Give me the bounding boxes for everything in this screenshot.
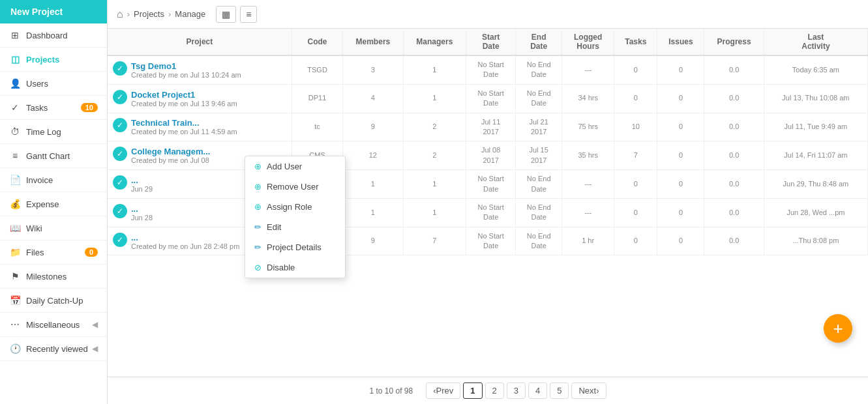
end-date-cell: Jul 212017 [516, 113, 562, 141]
sidebar-item-wiki[interactable]: 📖 Wiki [0, 216, 107, 240]
sidebar-item-milestones[interactable]: ⚑ Milestones [0, 265, 107, 289]
sidebar-item-recentlyviewed[interactable]: 🕐 Recently viewed ◀ [0, 337, 107, 361]
table-row[interactable]: ✓ Tsg Demo1 Created by me on Jul 13 10:2… [108, 55, 868, 84]
table-row[interactable]: ✓ Technical Train... Created by me on Ju… [108, 113, 868, 141]
context-menu-add-user[interactable]: ⊕ Add User [245, 156, 345, 177]
col-project: Project [108, 29, 292, 55]
project-check-icon: ✓ [113, 118, 127, 132]
managers-cell: 2 [403, 113, 466, 141]
new-project-button[interactable]: New Project [0, 0, 107, 23]
projects-table-container: Project Code Members Managers StartDate … [108, 29, 868, 377]
progress-cell: 0.0 [704, 55, 764, 84]
context-menu-disable-label: Disable [267, 263, 295, 272]
last-activity-cell: Jun 28, Wed ...pm [764, 198, 867, 227]
issues-cell: 0 [657, 227, 704, 255]
context-menu-project-details[interactable]: ✏ Project Details [245, 237, 345, 257]
fab-button[interactable]: + [824, 314, 852, 343]
project-check-icon: ✓ [113, 147, 127, 161]
sidebar-item-label: Gantt Chart [26, 151, 70, 161]
col-issues: Issues [657, 29, 704, 55]
sidebar-item-expense[interactable]: 💰 Expense [0, 192, 107, 216]
sidebar-item-files[interactable]: 📁 Files 0 [0, 240, 107, 265]
project-name[interactable]: College Managem... [131, 147, 210, 156]
context-menu-disable[interactable]: ⊘ Disable [245, 257, 345, 278]
context-menu-assign-role[interactable]: ⊕ Assign Role [245, 197, 345, 217]
last-activity-cell: Jul 11, Tue 9:49 am [764, 113, 867, 141]
members-cell: 12 [343, 141, 403, 170]
project-cell: ✓ Technical Train... Created by me on Ju… [108, 113, 292, 141]
projects-table: Project Code Members Managers StartDate … [108, 29, 868, 255]
progress-cell: 0.0 [704, 227, 764, 255]
milestones-icon: ⚑ [9, 270, 21, 282]
table-row[interactable]: ✓ ... Jun 28 tl23456611No StartDateNo En… [108, 198, 868, 227]
logged-hours-cell: --- [562, 198, 614, 227]
project-name[interactable]: ... [131, 204, 153, 214]
project-name[interactable]: ... [131, 233, 239, 242]
context-menu-edit[interactable]: ✏ Edit [245, 217, 345, 237]
sidebar-item-timelog[interactable]: ⏱ Time Log [0, 120, 107, 144]
misc-collapse-icon: ◀ [92, 320, 98, 329]
end-date-cell: No EndDate [516, 55, 562, 84]
col-tasks: Tasks [614, 29, 657, 55]
issues-cell: 0 [657, 170, 704, 199]
sidebar-item-misc[interactable]: ⋯ Miscellaneous ◀ [0, 313, 107, 337]
page-3-button[interactable]: 3 [507, 382, 526, 399]
start-date-cell: Jul 082017 [466, 141, 516, 170]
sidebar-item-tasks[interactable]: ✓ Tasks 10 [0, 96, 107, 120]
next-page-button[interactable]: Next› [571, 382, 606, 399]
sidebar-item-label: Wiki [26, 224, 42, 233]
sidebar-item-invoice[interactable]: 📄 Invoice [0, 168, 107, 192]
recentlyviewed-collapse-icon: ◀ [92, 344, 98, 353]
tasks-cell: 0 [614, 198, 657, 227]
start-date-cell: No StartDate [466, 55, 516, 84]
logged-hours-cell: 1 hr [562, 227, 614, 255]
header-icons: ▦ ≡ [216, 6, 257, 23]
project-check-icon: ✓ [113, 90, 127, 104]
page-1-button[interactable]: 1 [463, 382, 482, 399]
context-menu-remove-user-label: Remove User [267, 182, 318, 192]
table-row[interactable]: ✓ ... Created by me on Jun 28 2:48 pm MD… [108, 227, 868, 255]
page-2-button[interactable]: 2 [485, 382, 504, 399]
breadcrumb-projects[interactable]: Projects [134, 9, 164, 19]
sidebar-item-label: Invoice [26, 175, 53, 185]
project-meta: Created by me on Jun 28 2:48 pm [131, 242, 239, 250]
home-icon[interactable]: ⌂ [117, 8, 123, 20]
sidebar-item-label: Expense [26, 199, 59, 209]
members-cell: 4 [343, 84, 403, 113]
managers-cell: 1 [403, 55, 466, 84]
project-cell: ✓ Tsg Demo1 Created by me on Jul 13 10:2… [108, 55, 292, 84]
project-name[interactable]: Tsg Demo1 [131, 61, 241, 71]
prev-page-button[interactable]: ‹Prev [426, 382, 460, 399]
project-name[interactable]: Technical Train... [131, 118, 237, 128]
sidebar-item-dailycatchup[interactable]: 📅 Daily Catch-Up [0, 289, 107, 313]
sidebar-item-gantt[interactable]: ≡ Gantt Chart [0, 144, 107, 168]
project-meta: Created by me on Jul 13 9:46 am [131, 100, 237, 108]
sidebar-item-label: Milestones [26, 272, 67, 281]
last-activity-cell: Jul 13, Thu 10:08 am [764, 84, 867, 113]
project-details-icon: ✏ [254, 242, 262, 252]
table-row[interactable]: ✓ ... Jun 29 grc grc11No StartDateNo End… [108, 170, 868, 199]
context-menu-remove-user[interactable]: ⊕ Remove User [245, 177, 345, 197]
context-menu-edit-label: Edit [267, 222, 281, 232]
end-date-cell: No EndDate [516, 84, 562, 113]
col-code: Code [292, 29, 342, 55]
code-cell: TSGD [292, 55, 342, 84]
project-name[interactable]: ... [131, 175, 153, 185]
project-name[interactable]: Docket Project1 [131, 90, 237, 100]
page-4-button[interactable]: 4 [528, 382, 547, 399]
managers-cell: 1 [403, 198, 466, 227]
context-menu-add-user-label: Add User [267, 162, 302, 171]
page-5-button[interactable]: 5 [550, 382, 569, 399]
project-meta: Created by me on Jul 13 10:24 am [131, 71, 241, 79]
grid-view-button[interactable]: ▦ [216, 6, 236, 23]
start-date-cell: Jul 112017 [466, 113, 516, 141]
table-row[interactable]: ✓ College Managem... Created by me on Ju… [108, 141, 868, 170]
table-row[interactable]: ✓ Docket Project1 Created by me on Jul 1… [108, 84, 868, 113]
sidebar-item-users[interactable]: 👤 Users [0, 72, 107, 96]
tasks-badge: 10 [81, 103, 98, 112]
sidebar-item-projects[interactable]: ◫ Projects [0, 48, 107, 72]
sidebar-item-dashboard[interactable]: ⊞ Dashboard [0, 23, 107, 48]
list-view-button[interactable]: ≡ [240, 6, 257, 23]
users-icon: 👤 [9, 78, 21, 89]
col-lastactivity: LastActivity [764, 29, 867, 55]
